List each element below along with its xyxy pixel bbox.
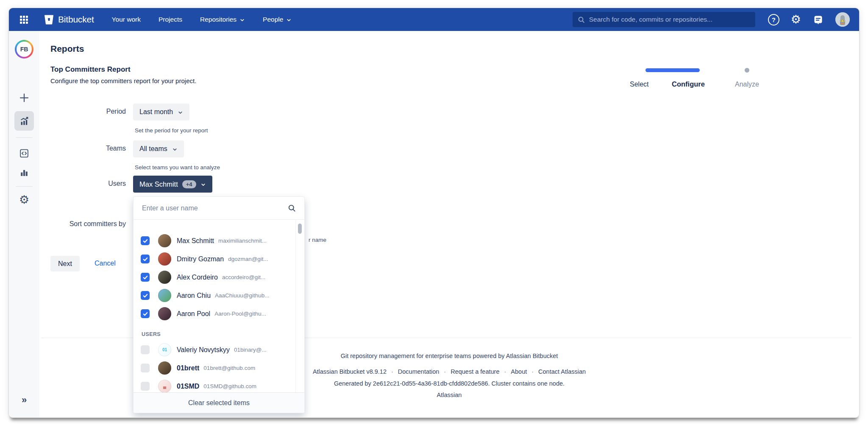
help-icon[interactable]: ? [768, 14, 779, 25]
check-icon [142, 238, 148, 244]
user-list-item[interactable]: 01 Valeriy Novytskyy 01binary@... [134, 341, 304, 359]
check-icon [142, 311, 148, 317]
profile-avatar[interactable] [835, 12, 850, 27]
user-list-item[interactable]: 01brett 01brett@github.com [134, 359, 304, 377]
navbar-actions: ? ⚙ [768, 12, 850, 27]
project-settings-gear-icon[interactable]: ⚙ [19, 194, 29, 206]
user-avatar [158, 234, 171, 247]
period-select[interactable]: Last month [133, 104, 189, 120]
user-name: 01brett [177, 364, 199, 372]
next-button[interactable]: Next [50, 256, 80, 271]
product-name: Bitbucket [58, 14, 94, 25]
user-name: Max Schmitt [177, 237, 214, 245]
footer-link[interactable]: Documentation [398, 368, 440, 375]
user-avatar [158, 252, 171, 266]
chevron-down-icon [239, 17, 245, 23]
users-select[interactable]: Max Schmitt +4 [133, 176, 212, 193]
global-search[interactable] [573, 12, 755, 27]
footer-separator: · [504, 368, 506, 375]
user-checkbox[interactable] [141, 364, 150, 372]
chevron-down-icon [178, 110, 183, 115]
search-icon [288, 204, 296, 212]
app-switcher-button[interactable] [18, 14, 29, 25]
user-checkbox[interactable] [141, 291, 150, 300]
users-count-badge: +4 [182, 180, 196, 188]
user-checkbox[interactable] [141, 345, 150, 354]
user-avatar [158, 271, 171, 284]
users-label: Users [39, 180, 126, 188]
teams-select[interactable]: All teams [133, 140, 184, 157]
user-list-item[interactable]: ▄ 01SMD 01SMD@github.com [134, 377, 304, 392]
selected-users: Max Schmitt maximilianschmit... Dmitry G… [134, 232, 304, 323]
nav-item[interactable]: People [263, 16, 292, 23]
project-initials: FB [17, 42, 32, 57]
stepper-progress-bar [645, 68, 700, 72]
reports-nav-active[interactable] [14, 111, 34, 131]
nav-item-label: People [263, 16, 283, 23]
user-avatar [158, 361, 171, 375]
user-email: 01SMD@github.com [203, 383, 256, 389]
footer-link[interactable]: Request a feature [451, 368, 499, 375]
user-avatar [158, 289, 171, 302]
users-section-label: USERS [142, 331, 304, 337]
user-list-item[interactable]: Aaron Pool Aaron-Pool@githu... [134, 305, 304, 323]
step-select[interactable]: Select [630, 81, 648, 88]
footer-link[interactable]: Contact Atlassian [538, 368, 586, 375]
page-title: Reports [50, 44, 84, 54]
user-checkbox[interactable] [141, 273, 150, 282]
user-search-input[interactable] [142, 204, 284, 212]
user-checkbox[interactable] [141, 309, 150, 318]
project-sidebar: FB [9, 31, 39, 417]
bitbucket-logo[interactable]: Bitbucket [44, 14, 94, 25]
user-list-item[interactable]: Max Schmitt maximilianschmit... [134, 232, 304, 250]
primary-nav: Your work Projects Repositories [112, 16, 292, 23]
sort-help-fragment: r name [309, 237, 326, 243]
user-list-item[interactable]: Aaron Chiu AaaChiuuu@github... [134, 286, 304, 305]
main-content: Reports Top Committers Report Configure … [39, 31, 859, 417]
settings-gear-icon[interactable]: ⚙ [791, 14, 801, 25]
user-checkbox[interactable] [141, 255, 150, 263]
teams-label: Teams [39, 145, 126, 152]
user-list-item[interactable]: Alex Cordeiro accordeiro@git... [134, 268, 304, 286]
nav-item[interactable]: Repositories [200, 16, 245, 23]
footer-links: ·Documentation·Request a feature·About·C… [387, 368, 586, 375]
charts-button[interactable] [19, 167, 30, 178]
chevron-down-icon [200, 182, 206, 188]
step-configure[interactable]: Configure [672, 80, 705, 88]
code-insights-button[interactable] [19, 148, 30, 159]
report-description: Configure the top committers report for … [50, 77, 196, 84]
clear-selected-button[interactable]: Clear selected items [134, 392, 304, 413]
user-checkbox[interactable] [141, 236, 150, 245]
user-email: 01binary@... [234, 347, 267, 353]
user-list-item[interactable]: Dmitry Gozman dgozman@git... [134, 250, 304, 268]
project-avatar[interactable]: FB [15, 40, 33, 59]
check-icon [142, 256, 148, 262]
expand-sidebar-button[interactable]: » [22, 395, 27, 406]
user-email: dgozman@git... [228, 256, 268, 262]
footer-link[interactable]: About [511, 368, 527, 375]
feedback-notes-icon[interactable] [812, 14, 824, 25]
create-button[interactable] [19, 92, 30, 104]
global-search-input[interactable] [589, 16, 750, 23]
sort-committers-label: Sort committers by [39, 220, 126, 228]
sidebar-divider [16, 186, 33, 187]
step-analyze: Analyze [735, 81, 759, 88]
user-search[interactable] [134, 197, 304, 220]
sidebar-divider [16, 137, 33, 138]
users-dropdown: Max Schmitt maximilianschmit... Dmitry G… [133, 196, 305, 413]
user-email: maximilianschmit... [218, 238, 267, 244]
footer-separator: · [444, 368, 446, 375]
footer-separator: · [391, 368, 393, 375]
grid-icon [20, 16, 28, 24]
user-checkbox[interactable] [141, 382, 150, 391]
period-value: Last month [139, 108, 173, 116]
nav-item[interactable]: Projects [159, 16, 182, 23]
user-name: Dmitry Gozman [177, 255, 224, 263]
scrollbar-thumb[interactable] [298, 224, 302, 234]
period-help: Set the period for your report [135, 127, 208, 134]
trend-chart-icon [19, 115, 30, 127]
cancel-link[interactable]: Cancel [95, 260, 116, 267]
check-icon [142, 293, 148, 299]
check-icon [142, 274, 148, 280]
nav-item[interactable]: Your work [112, 16, 141, 23]
